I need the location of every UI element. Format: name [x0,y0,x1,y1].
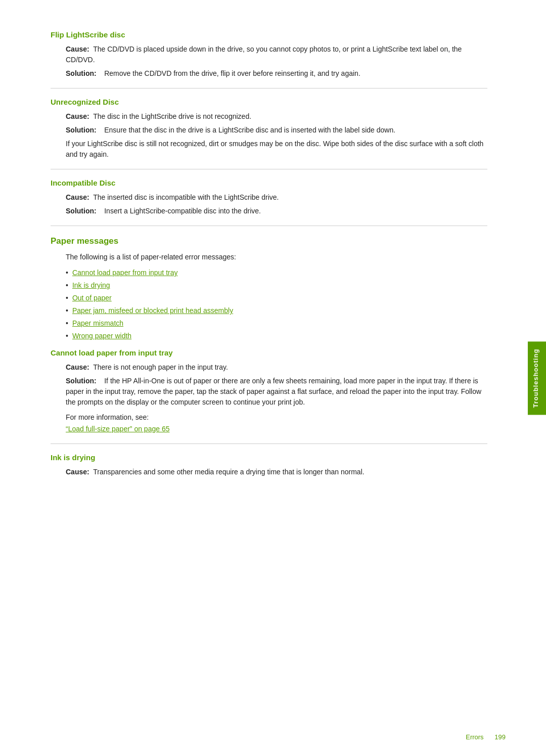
paper-messages-heading: Paper messages [51,236,487,246]
incompatible-disc-heading: Incompatible Disc [51,179,487,187]
cannot-load-heading: Cannot load paper from input tray [51,348,487,357]
divider-1 [51,88,487,88]
cause-label-5: Cause: [66,468,89,476]
unrecognized-disc-section: Unrecognized Disc Cause: The disc in the… [51,98,487,160]
cause-text-4: There is not enough paper in the input t… [93,363,228,371]
incompatible-disc-section: Incompatible Disc Cause: The inserted di… [51,179,487,216]
page-footer: Errors 199 [466,733,506,741]
link-ink-drying[interactable]: Ink is drying [72,280,110,291]
divider-2 [51,169,487,169]
cause-label-3: Cause: [66,193,89,201]
list-item: Out of paper [66,293,487,303]
solution-text-2: Ensure that the disc in the drive is a L… [104,126,395,134]
solution-text-1: Remove the CD/DVD from the drive, flip i… [104,69,360,77]
footer-page: 199 [494,733,506,741]
paper-messages-section: Paper messages The following is a list o… [51,236,487,477]
side-tab-label: Troubleshooting [532,348,539,408]
cause-text-1: The CD/DVD is placed upside down in the … [66,45,462,64]
cause-label-4: Cause: [66,363,89,371]
ink-drying-heading: Ink is drying [51,453,487,462]
link-wrong-paper[interactable]: Wrong paper width [72,331,131,341]
incompatible-disc-entry: Cause: The inserted disc is incompatible… [51,192,487,216]
for-more-text: For more information, see: [66,412,487,423]
cause-text-3: The inserted disc is incompatible with t… [93,193,279,201]
cause-text-5: Transparencies and some other media requ… [93,468,364,476]
solution-label-2: Solution: [66,126,97,134]
link-paper-jam[interactable]: Paper jam, misfeed or blocked print head… [72,305,233,316]
cannot-load-section: Cannot load paper from input tray Cause:… [51,348,487,434]
solution-label-1: Solution: [66,69,97,77]
list-item: Paper mismatch [66,318,487,329]
paper-messages-list: Cannot load paper from input tray Ink is… [51,268,487,341]
flip-lightscribe-section: Flip LightScribe disc Cause: The CD/DVD … [51,30,487,79]
divider-3 [51,226,487,226]
list-item: Paper jam, misfeed or blocked print head… [66,305,487,316]
solution-text-4: If the HP All-in-One is out of paper or … [66,377,481,406]
flip-lightscribe-cause: Cause: The CD/DVD is placed upside down … [51,44,487,79]
solution-label-3: Solution: [66,207,97,215]
link-out-of-paper[interactable]: Out of paper [72,293,112,303]
divider-4 [51,443,487,444]
ink-drying-section: Ink is drying Cause: Transparencies and … [51,453,487,477]
for-more-block: For more information, see: “Load full-si… [51,412,487,434]
troubleshooting-tab: Troubleshooting [528,341,546,415]
paper-messages-intro: The following is a list of paper-related… [51,251,487,262]
link-paper-mismatch[interactable]: Paper mismatch [72,318,123,329]
page-content: Flip LightScribe disc Cause: The CD/DVD … [0,0,528,512]
solution-label-4: Solution: [66,377,97,385]
footer-text: Errors [466,733,483,741]
list-item: Cannot load paper from input tray [66,268,487,278]
cause-label-1: Cause: [66,45,89,53]
ink-drying-entry: Cause: Transparencies and some other med… [51,467,487,477]
flip-lightscribe-heading: Flip LightScribe disc [51,30,487,39]
solution-text-3: Insert a LightScribe-compatible disc int… [104,207,261,215]
cause-label-2: Cause: [66,112,89,120]
unrecognized-extra: If your LightScribe disc is still not re… [66,139,487,160]
link-cannot-load[interactable]: Cannot load paper from input tray [72,268,178,278]
cause-text-2: The disc in the LightScribe drive is not… [93,112,251,120]
list-item: Ink is drying [66,280,487,291]
unrecognized-disc-entry: Cause: The disc in the LightScribe drive… [51,111,487,160]
unrecognized-disc-heading: Unrecognized Disc [51,98,487,106]
load-full-size-link[interactable]: “Load full-size paper” on page 65 [66,425,169,433]
list-item: Wrong paper width [66,331,487,341]
cannot-load-entry: Cause: There is not enough paper in the … [51,362,487,408]
